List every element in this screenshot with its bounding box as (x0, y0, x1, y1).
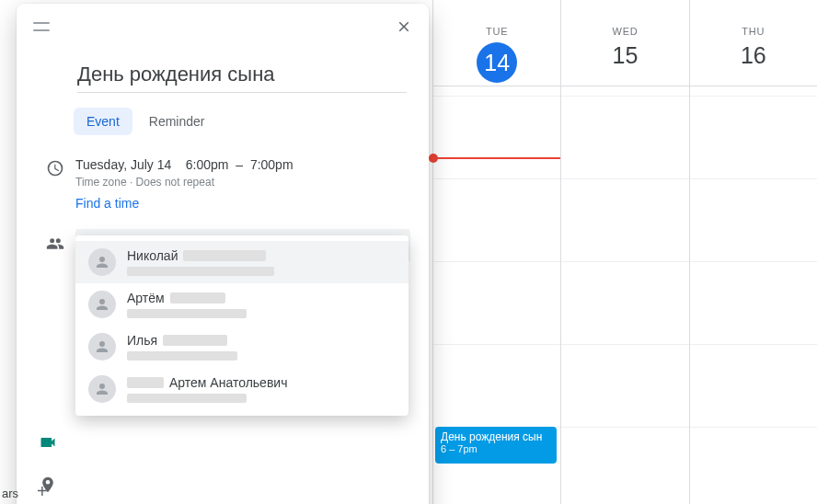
day-number[interactable]: 16 (690, 42, 817, 69)
dow-label: THU (690, 26, 817, 37)
cropped-text: ars (2, 487, 18, 500)
suggestion-item[interactable]: Николай (75, 241, 408, 283)
day-header-wed[interactable]: WED 15 (561, 0, 689, 86)
add-calendar-button[interactable]: + (37, 481, 48, 502)
close-icon (396, 18, 412, 35)
dow-label: TUE (433, 26, 560, 37)
event-title: День рождения сын (441, 430, 551, 443)
clock-icon (35, 154, 75, 178)
suggestion-name: Илья (127, 333, 157, 348)
option-icons (17, 433, 429, 504)
suggestion-item[interactable]: Артем Анатольевич (75, 368, 408, 410)
calendar-event[interactable]: День рождения сын 6 – 7pm (435, 427, 557, 464)
tab-event[interactable]: Event (74, 108, 132, 135)
suggestion-name: Артем Анатольевич (169, 375, 287, 390)
video-meet-icon[interactable] (39, 433, 59, 453)
avatar-icon (88, 375, 116, 403)
event-title-input[interactable] (77, 59, 407, 93)
drag-handle-icon[interactable] (33, 22, 50, 31)
event-time: 6 – 7pm (441, 443, 551, 455)
create-event-dialog: Event Reminder Tuesday, July 14 6:00pm –… (17, 4, 429, 504)
day-number[interactable]: 15 (561, 42, 688, 69)
suggestion-item[interactable]: Артём (75, 283, 408, 326)
close-button[interactable] (388, 11, 420, 42)
calendar-header: TUE 14 WED 15 THU 16 (433, 0, 817, 86)
calendar-body[interactable]: День рождения сын 6 – 7pm (433, 86, 817, 504)
avatar-icon (88, 333, 116, 361)
datetime-text[interactable]: Tuesday, July 14 6:00pm – 7:00pm (75, 154, 410, 172)
suggestion-name: Артём (127, 291, 165, 305)
day-header-thu[interactable]: THU 16 (690, 0, 817, 86)
calendar-grid: TUE 14 WED 15 THU 16 День рождения сын 6… (432, 0, 817, 504)
avatar-icon (88, 291, 116, 318)
dow-label: WED (561, 26, 688, 37)
suggestion-name: Николай (127, 248, 178, 263)
avatar-icon (88, 248, 116, 276)
guest-suggestions-dropdown: Николай Артём Илья Артем Анатольевич (75, 235, 408, 416)
now-indicator-line (433, 157, 560, 159)
recurrence-text[interactable]: Time zone · Does not repeat (75, 176, 410, 189)
day-header-tue[interactable]: TUE 14 (433, 0, 561, 86)
day-number[interactable]: 14 (477, 42, 517, 83)
tab-reminder[interactable]: Reminder (136, 108, 218, 135)
suggestion-item[interactable]: Илья (75, 326, 408, 368)
people-icon (35, 229, 75, 253)
find-a-time-link[interactable]: Find a time (17, 189, 429, 212)
